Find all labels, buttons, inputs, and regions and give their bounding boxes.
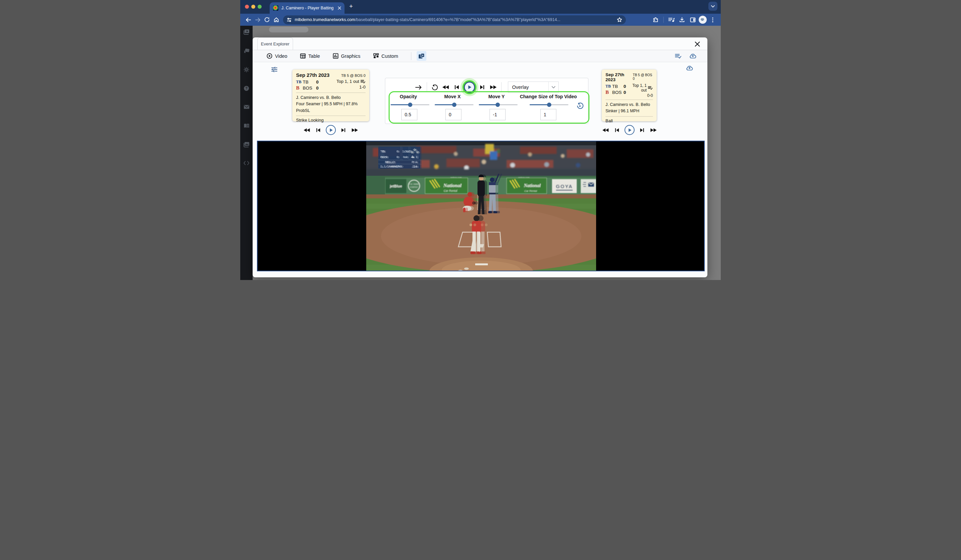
- tab-search-button[interactable]: [709, 2, 717, 11]
- playlist-check-icon[interactable]: [360, 80, 366, 83]
- playlist-check-icon[interactable]: [648, 86, 653, 90]
- event-explorer-modal: Event Explorer Video Table Graphics Cust…: [252, 37, 707, 277]
- sidebar-settings-gear-icon[interactable]: [240, 66, 252, 74]
- matchup: J. Caminero vs. B. Bello: [606, 101, 653, 108]
- reload-button[interactable]: [262, 15, 272, 24]
- extensions-button[interactable]: [651, 15, 660, 24]
- bar-chart-icon: [333, 53, 339, 59]
- filter-sliders-button[interactable]: [271, 66, 277, 72]
- rewind-button[interactable]: [602, 128, 609, 133]
- home-score: 0: [316, 85, 319, 91]
- rewind-button[interactable]: [442, 85, 450, 90]
- reset-overlay-button[interactable]: [576, 102, 583, 109]
- situation: Top 1, 1 out: [336, 79, 359, 84]
- dual-video-mode-button[interactable]: [417, 51, 426, 61]
- sidebar-help-icon[interactable]: [240, 84, 252, 92]
- modal-close-button[interactable]: [695, 41, 701, 47]
- opacity-slider[interactable]: [391, 104, 429, 105]
- back-button[interactable]: [244, 15, 253, 24]
- browser-menu-button[interactable]: [708, 15, 717, 24]
- tab-close-icon[interactable]: [338, 6, 341, 10]
- traffic-close-button[interactable]: [245, 5, 249, 9]
- replay-rotate-button[interactable]: [431, 84, 438, 91]
- traffic-zoom-button[interactable]: [258, 5, 262, 9]
- previous-event-button[interactable]: [614, 128, 620, 133]
- pitch-info: Four Seamer | 95.5 MPH | 97.8% ProbSL: [296, 101, 366, 114]
- move-x-slider[interactable]: [435, 104, 474, 105]
- transport-divider: [427, 82, 427, 92]
- modal-tabs-row: Video Table Graphics Custom: [252, 50, 707, 62]
- svg-text:GOYA: GOYA: [556, 183, 573, 189]
- next-event-button[interactable]: [479, 85, 485, 90]
- url-bar[interactable]: mlbdemo.trumedianetworks.com/baseball/pl…: [283, 15, 626, 24]
- home-abbr: BOS: [612, 90, 624, 95]
- site-settings-icon[interactable]: [287, 18, 292, 22]
- trumedia-logo: [701, 18, 705, 21]
- profile-avatar[interactable]: [699, 16, 707, 24]
- sidebar-code-icon[interactable]: [240, 159, 252, 167]
- opacity-input[interactable]: [401, 109, 417, 120]
- tab-graphics-label: Graphics: [341, 53, 360, 59]
- next-event-button[interactable]: [640, 128, 644, 133]
- next-event-button[interactable]: [341, 128, 346, 133]
- overlay-select-value: Overlay: [508, 85, 548, 90]
- slider-thumb[interactable]: [495, 103, 500, 107]
- sidebar-image-library-icon[interactable]: [240, 140, 252, 148]
- jump-arrow-button[interactable]: [415, 85, 423, 90]
- fast-forward-button[interactable]: [489, 85, 497, 90]
- modal-title-tab[interactable]: Event Explorer: [257, 37, 293, 50]
- dual-video-overlay-icon: [418, 53, 425, 59]
- event-card-right[interactable]: Sep 27th 2023 TB 5 @ BOS 0 TBTB0 BBOS0 T…: [602, 69, 657, 121]
- browser-tab[interactable]: J. Caminero - Player Batting: [270, 2, 344, 14]
- left-video-transport: [304, 125, 358, 135]
- slider-label-size: Change Size of Top Video: [510, 94, 587, 99]
- move-y-slider[interactable]: [479, 104, 517, 105]
- slider-thumb[interactable]: [547, 103, 551, 107]
- tab-custom[interactable]: Custom: [373, 53, 398, 59]
- media-playlist-button[interactable]: [667, 15, 676, 24]
- event-card-left[interactable]: Sep 27th 2023 TB 5 @ BOS 0 TBTB0 BBOS0 T…: [292, 69, 369, 121]
- size-slider[interactable]: [530, 104, 568, 105]
- new-tab-button[interactable]: +: [349, 3, 353, 10]
- slider-thumb[interactable]: [452, 103, 456, 107]
- downloads-button[interactable]: [677, 15, 687, 24]
- tabs-divider: [411, 52, 411, 60]
- sidebar-card-stack-icon[interactable]: [240, 47, 252, 55]
- tab-graphics[interactable]: Graphics: [333, 53, 360, 59]
- previous-event-button[interactable]: [454, 85, 460, 90]
- previous-event-button[interactable]: [316, 128, 321, 133]
- svg-text:National: National: [443, 183, 462, 188]
- situation: Top 1, 1 out: [626, 83, 647, 93]
- tab-table[interactable]: Table: [300, 53, 320, 59]
- bookmark-star-icon[interactable]: [617, 17, 622, 22]
- cloud-download-icon[interactable]: [689, 53, 697, 59]
- pitch-count: 1-0: [336, 85, 366, 90]
- fast-forward-button[interactable]: [351, 128, 358, 133]
- rewind-button[interactable]: [304, 128, 311, 133]
- away-abbr: TB: [303, 80, 316, 85]
- slider-thumb[interactable]: [408, 103, 412, 107]
- forward-button[interactable]: [253, 15, 262, 24]
- svg-text:Car Rental: Car Rental: [444, 189, 458, 193]
- tab-video[interactable]: Video: [267, 53, 288, 59]
- away-abbr: TB: [612, 84, 624, 89]
- grid-layout-icon: [373, 53, 379, 59]
- video-player[interactable]: redsox.com redsox.com jetBlue F.W. WEBB …: [257, 141, 705, 271]
- side-panel-button[interactable]: [688, 15, 697, 24]
- sidebar-mail-icon[interactable]: [240, 103, 252, 111]
- playlist-check-icon[interactable]: [675, 53, 681, 59]
- sidebar-book-icon[interactable]: [240, 122, 252, 130]
- play-button[interactable]: [625, 125, 635, 135]
- traffic-minimize-button[interactable]: [251, 5, 255, 9]
- move-y-input[interactable]: [490, 109, 506, 120]
- fast-forward-button[interactable]: [649, 128, 657, 133]
- size-input[interactable]: [540, 109, 556, 120]
- cloud-download-button[interactable]: [686, 65, 693, 71]
- home-button[interactable]: [272, 15, 281, 24]
- move-x-input[interactable]: [445, 109, 461, 120]
- pitch-result: Ball: [606, 118, 653, 123]
- tabs-row-actions: [675, 53, 707, 59]
- svg-text:National: National: [524, 183, 541, 188]
- sidebar-video-library-icon[interactable]: [240, 28, 252, 36]
- play-button[interactable]: [326, 125, 336, 135]
